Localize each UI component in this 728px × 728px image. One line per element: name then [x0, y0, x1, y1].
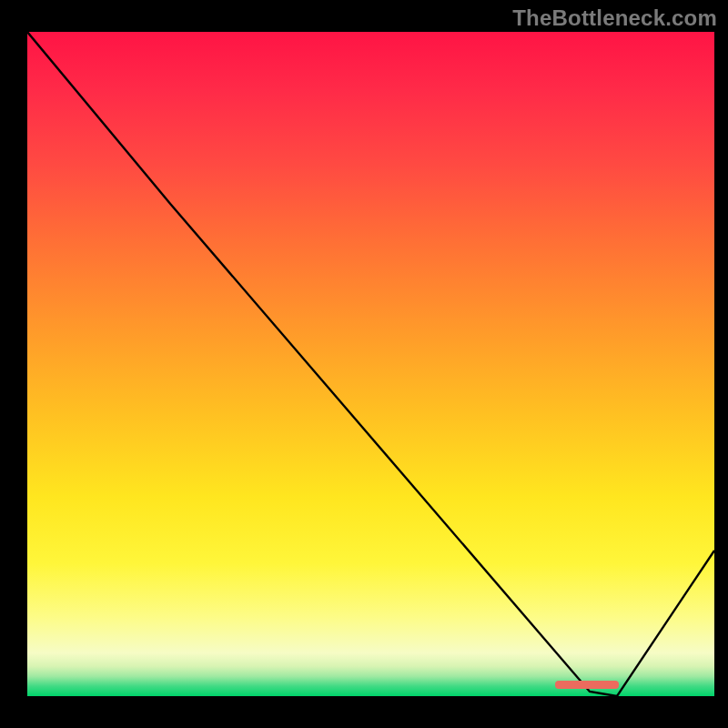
- watermark-label: TheBottleneck.com: [512, 5, 717, 31]
- sweet-spot-marker: [555, 681, 619, 689]
- chart-frame: TheBottleneck.com: [0, 0, 728, 728]
- bottleneck-curve: [27, 32, 714, 696]
- plot-area: [27, 32, 714, 696]
- curve-path: [27, 32, 714, 696]
